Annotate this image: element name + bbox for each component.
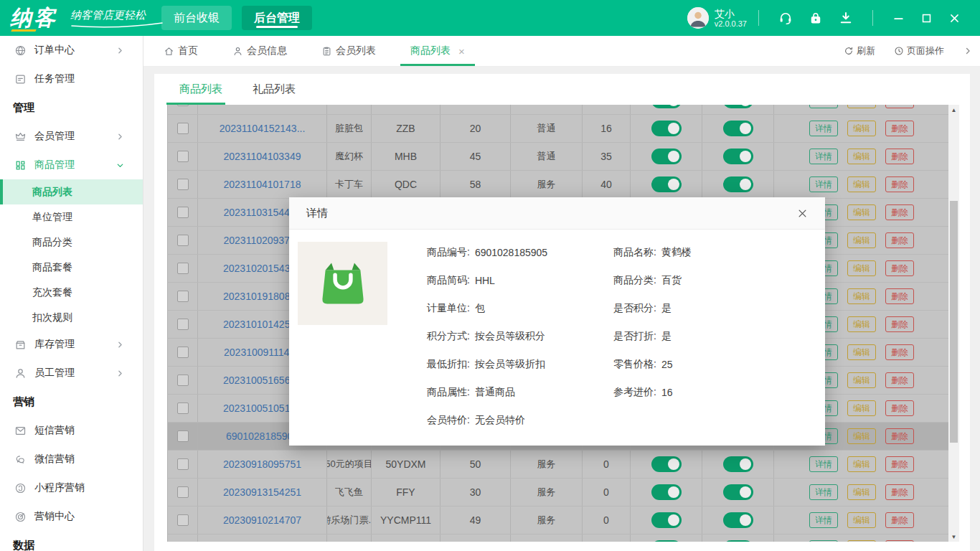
backend-management-button[interactable]: 后台管理 <box>242 6 312 30</box>
sidebar-item-marketing-center[interactable]: 营销中心 <box>0 502 143 531</box>
tab-member-info[interactable]: 会员信息 <box>232 36 287 66</box>
sidebar-subitem-deduction-rules[interactable]: 扣次规则 <box>0 305 143 330</box>
row-checkbox[interactable] <box>177 291 189 302</box>
edit-button[interactable]: 编辑 <box>847 105 876 108</box>
delete-button[interactable]: 删除 <box>885 121 914 136</box>
scroll-down-arrow[interactable]: ▼ <box>948 532 959 542</box>
edit-button[interactable]: 编辑 <box>847 316 876 332</box>
scrollbar-thumb[interactable] <box>950 201 958 443</box>
toggle-switch-on[interactable] <box>723 540 753 542</box>
modal-close-button[interactable] <box>797 208 808 219</box>
sidebar-item-wechat-marketing[interactable]: 微信营销 <box>0 445 143 474</box>
delete-button[interactable]: 删除 <box>885 288 914 304</box>
row-checkbox[interactable] <box>177 514 189 526</box>
delete-button[interactable]: 删除 <box>885 260 914 276</box>
tab-product-list[interactable]: 商品列表× <box>410 36 465 66</box>
delete-button[interactable]: 删除 <box>885 232 914 248</box>
delete-button[interactable]: 删除 <box>885 512 914 528</box>
delete-button[interactable]: 删除 <box>885 149 914 164</box>
toggle-switch-on[interactable] <box>651 456 682 472</box>
row-checkbox[interactable] <box>177 151 189 162</box>
subtab-gift-list[interactable]: 礼品列表 <box>253 74 296 105</box>
toggle-switch-on[interactable] <box>723 512 753 528</box>
edit-button[interactable]: 编辑 <box>847 400 876 416</box>
toggle-switch-on[interactable] <box>723 484 753 500</box>
support-headset-icon[interactable] <box>778 11 793 25</box>
close-window-button[interactable] <box>948 12 961 24</box>
product-id-link[interactable]: 20231104101718 <box>224 179 301 190</box>
row-checkbox[interactable] <box>177 319 189 330</box>
edit-button[interactable]: 编辑 <box>847 232 876 248</box>
row-checkbox[interactable] <box>177 179 189 190</box>
delete-button[interactable]: 删除 <box>885 400 914 416</box>
avatar[interactable] <box>687 7 709 29</box>
delete-button[interactable]: 删除 <box>885 105 914 108</box>
lock-icon[interactable] <box>809 11 823 25</box>
delete-button[interactable]: 删除 <box>885 316 914 332</box>
scroll-up-arrow[interactable]: ▲ <box>948 105 959 115</box>
sidebar-subitem-unit-management[interactable]: 单位管理 <box>0 204 143 230</box>
sidebar-item-sms-marketing[interactable]: 短信营销 <box>0 416 143 445</box>
sidebar-item-inventory-management[interactable]: 库存管理 <box>0 330 143 359</box>
row-checkbox[interactable] <box>177 347 189 358</box>
detail-button[interactable]: 详情 <box>809 149 838 164</box>
detail-button[interactable]: 详情 <box>809 176 838 192</box>
edit-button[interactable]: 编辑 <box>847 260 876 276</box>
toggle-switch-on[interactable] <box>723 149 753 164</box>
toggle-switch-on[interactable] <box>651 149 682 164</box>
delete-button[interactable]: 删除 <box>885 456 914 472</box>
chevron-right-icon[interactable] <box>963 46 973 56</box>
sidebar-subitem-product-list[interactable]: 商品列表 <box>0 179 143 204</box>
sidebar-item-staff-management[interactable]: 员工管理 <box>0 359 143 387</box>
maximize-button[interactable] <box>920 12 933 24</box>
delete-button[interactable]: 删除 <box>885 428 914 444</box>
toggle-switch-on[interactable] <box>723 456 753 472</box>
row-checkbox[interactable] <box>177 375 189 386</box>
edit-button[interactable]: 编辑 <box>847 372 876 388</box>
sidebar-item-miniapp-marketing[interactable]: 小程序营销 <box>0 474 143 502</box>
edit-button[interactable]: 编辑 <box>847 149 876 164</box>
detail-button[interactable]: 详情 <box>809 512 838 528</box>
sidebar-subitem-recharge-package[interactable]: 充次套餐 <box>0 280 143 305</box>
delete-button[interactable]: 删除 <box>885 540 914 542</box>
product-id-link[interactable]: 20230913154251 <box>223 486 301 498</box>
toggle-switch-on[interactable] <box>651 121 682 136</box>
toggle-switch-on[interactable] <box>723 176 753 192</box>
product-id-link[interactable]: 20230910214707 <box>223 514 301 526</box>
product-id-link[interactable]: 20230918095751 <box>223 458 301 470</box>
front-cashier-button[interactable]: 前台收银 <box>161 6 232 30</box>
edit-button[interactable]: 编辑 <box>847 204 876 220</box>
product-id-link[interactable]: 20231104152143... <box>220 123 306 134</box>
delete-button[interactable]: 删除 <box>885 204 914 220</box>
row-checkbox[interactable] <box>177 486 189 498</box>
subtab-product-list[interactable]: 商品列表 <box>179 74 222 105</box>
toggle-switch-on[interactable] <box>651 105 682 108</box>
toggle-switch-on[interactable] <box>723 105 753 108</box>
detail-button[interactable]: 详情 <box>809 105 838 108</box>
delete-button[interactable]: 删除 <box>885 176 914 192</box>
sidebar-subitem-product-category[interactable]: 商品分类 <box>0 230 143 255</box>
edit-button[interactable]: 编辑 <box>847 484 876 500</box>
sidebar-item-order-center[interactable]: 订单中心 <box>0 36 143 65</box>
delete-button[interactable]: 删除 <box>885 344 914 360</box>
table-scrollbar[interactable]: ▲ ▼ <box>948 105 959 542</box>
sidebar-item-task-management[interactable]: 任务管理 <box>0 65 143 93</box>
product-id-link[interactable]: 20231104103349 <box>224 151 301 162</box>
toggle-switch-on[interactable] <box>651 540 682 542</box>
sidebar-item-member-management[interactable]: 会员管理 <box>0 122 143 151</box>
edit-button[interactable]: 编辑 <box>847 288 876 304</box>
delete-button[interactable]: 删除 <box>885 484 914 500</box>
toggle-switch-on[interactable] <box>651 484 682 500</box>
row-checkbox[interactable] <box>177 207 189 218</box>
edit-button[interactable]: 编辑 <box>847 512 876 528</box>
detail-button[interactable]: 详情 <box>809 484 838 500</box>
row-checkbox[interactable] <box>177 263 189 274</box>
edit-button[interactable]: 编辑 <box>847 176 876 192</box>
download-icon[interactable] <box>839 11 853 25</box>
tab-home[interactable]: 首页 <box>164 36 198 66</box>
delete-button[interactable]: 删除 <box>885 372 914 388</box>
row-checkbox[interactable] <box>177 458 189 470</box>
toggle-switch-on[interactable] <box>723 121 753 136</box>
sidebar-subitem-product-package[interactable]: 商品套餐 <box>0 255 143 280</box>
row-checkbox[interactable] <box>177 235 189 246</box>
